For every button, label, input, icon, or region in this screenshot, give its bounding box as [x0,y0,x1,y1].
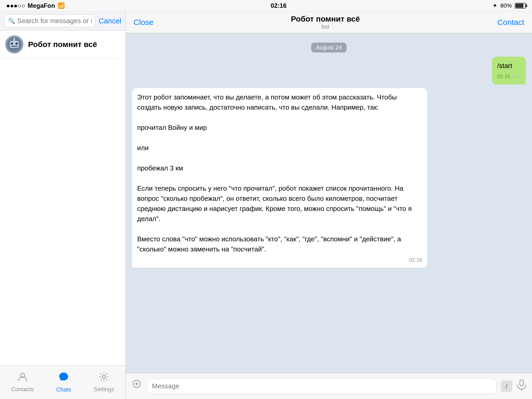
search-icon: 🔍 [8,18,15,24]
messages-area: August 24 /start 02:16 ✓✓ Этот робот зап… [126,33,532,373]
message-input[interactable] [147,378,497,394]
chat-header: Close Робот помнит всё bot Contact [126,11,532,33]
message-meta-incoming: 02:16 [137,256,422,264]
svg-rect-6 [14,39,15,41]
tab-contacts[interactable]: Contacts [6,369,39,395]
battery-icon [515,3,526,9]
message-bubble-outgoing: /start 02:16 ✓✓ [492,57,526,84]
svg-rect-5 [11,46,17,47]
tab-contacts-label: Contacts [11,386,34,393]
message-row-outgoing: /start 02:16 ✓✓ [132,57,526,84]
read-ticks: ✓✓ [512,72,521,80]
svg-point-3 [11,42,13,45]
search-input[interactable] [17,17,92,25]
chat-item-name: Робот помнит всё [28,40,120,49]
slash-button[interactable]: / [501,381,512,392]
chats-icon [58,371,69,385]
message-meta: 02:16 ✓✓ [497,72,521,80]
status-bar: ●●●○○ MegaFon 📶 02:16 ✦ 80% [0,0,532,11]
svg-rect-10 [520,380,523,386]
date-badge: August 24 [311,43,346,52]
tab-settings-label: Settings [94,386,114,393]
status-right: ✦ 80% [493,2,526,9]
message-bubble-incoming: Этот робот запоминает, что вы делаете, а… [132,88,427,268]
carrier-name: MegaFon [28,2,55,9]
battery-percent: 80% [500,2,512,9]
svg-point-9 [102,375,105,378]
message-time-incoming: 02:16 [409,256,422,264]
message-time: 02:16 [497,72,510,80]
close-button[interactable]: Close [134,18,154,27]
chat-header-subtitle: bot [291,23,360,30]
cancel-button[interactable]: Cancel [99,17,121,25]
wifi-icon: 📶 [58,2,65,9]
left-panel: 🔍 Cancel [0,11,126,399]
tab-bar: Contacts Chats Settings [0,365,125,399]
right-panel: Close Робот помнит всё bot Contact Augus… [126,11,532,399]
status-time: 02:16 [271,2,287,9]
chat-header-info: Робот помнит всё bot [291,15,360,30]
message-text: /start [497,62,512,70]
attach-button[interactable] [131,379,142,393]
chat-item-info: Робот помнит всё [28,40,120,49]
message-text-incoming: Этот робот запоминает, что вы делаете, а… [137,92,422,254]
mic-button[interactable] [516,379,527,393]
chat-list: Робот помнит всё [0,31,125,365]
contacts-icon [17,372,28,384]
tab-chats[interactable]: Chats [51,369,76,396]
bluetooth-icon: ✦ [493,2,497,9]
tab-settings[interactable]: Settings [88,369,119,395]
message-row-incoming: Этот робот запоминает, что вы делаете, а… [132,88,526,268]
date-separator: August 24 [132,43,526,52]
message-input-bar: / [126,373,532,399]
settings-icon [99,372,109,384]
chat-list-item[interactable]: Робот помнит всё [0,31,125,58]
signal-dots: ●●●○○ [6,2,25,9]
main-content: 🔍 Cancel [0,11,532,399]
svg-point-4 [15,42,18,45]
contact-button[interactable]: Contact [497,18,524,27]
tab-chats-label: Chats [56,386,71,393]
chat-header-name: Робот помнит всё [291,15,360,23]
search-bar: 🔍 Cancel [0,11,125,31]
search-input-wrapper[interactable]: 🔍 [4,15,96,27]
status-carrier: ●●●○○ MegaFon 📶 [6,2,65,9]
svg-point-7 [14,38,15,39]
avatar [5,35,23,54]
